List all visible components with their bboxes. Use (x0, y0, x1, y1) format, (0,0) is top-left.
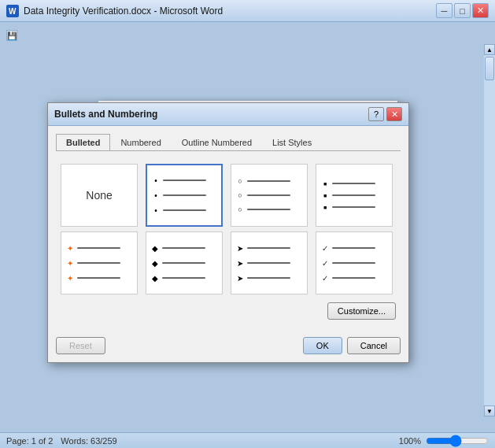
tab-outline-numbered[interactable]: Outline Numbered (172, 134, 262, 150)
open-line-2 (247, 194, 290, 196)
colored-arrow-preview: ✦ ✦ ✦ (61, 238, 137, 289)
check-marker-1: ✓ (321, 244, 329, 253)
filled-square-preview: ■ ■ ■ (316, 175, 392, 217)
bullet-style-arrow-outline[interactable]: ➤ ➤ ➤ (231, 231, 308, 294)
colored-line-3 (77, 277, 120, 279)
bullet-style-open-circle[interactable]: ○ ○ ○ (231, 164, 308, 227)
dialog-close-button[interactable]: ✕ (386, 107, 402, 121)
ok-button[interactable]: OK (303, 337, 342, 354)
tab-numbered[interactable]: Numbered (110, 134, 171, 150)
bullet-row-1: • (152, 176, 216, 185)
open-circle-row-3: ○ (236, 205, 302, 213)
tab-bulleted[interactable]: Bulleted (56, 134, 110, 150)
open-circle-row-2: ○ (236, 191, 302, 199)
bullet-style-colored-arrow[interactable]: ✦ ✦ ✦ (61, 231, 138, 294)
doc-icon: 💾 (6, 30, 17, 41)
square-line-1 (332, 183, 375, 184)
close-button[interactable]: ✕ (472, 3, 489, 18)
diamond-row-1: ◆ (151, 244, 217, 253)
check-marker-3: ✓ (321, 274, 329, 283)
bullet-marker-3: • (152, 206, 160, 215)
open-circle-row-1: ○ (236, 177, 302, 185)
open-marker-2: ○ (236, 191, 244, 199)
reset-button[interactable]: Reset (56, 337, 105, 354)
dialog-footer: Reset OK Cancel (48, 331, 408, 362)
arrow-row-1: ➤ (236, 244, 302, 253)
minimize-button[interactable]: ─ (436, 3, 453, 18)
maximize-button[interactable]: □ (454, 3, 471, 18)
diamond-row-3: ◆ (151, 274, 217, 283)
dialog-title: Bullets and Numbering (54, 109, 157, 120)
window-controls: ─ □ ✕ (436, 3, 489, 18)
diamond-line-3 (162, 277, 205, 279)
status-words: Words: 63/259 (61, 436, 116, 446)
dialog-titlebar: Bullets and Numbering ? ✕ (48, 103, 408, 126)
square-marker-2: ■ (321, 193, 329, 198)
check-row-1: ✓ (321, 244, 387, 253)
square-line-3 (332, 206, 375, 208)
open-circle-preview: ○ ○ ○ (231, 171, 307, 220)
bullet-line-1 (163, 180, 206, 181)
status-page: Page: 1 of 2 (6, 436, 53, 446)
colored-line-2 (77, 262, 120, 264)
customize-row: Customize... (56, 299, 401, 323)
arrow-line-3 (247, 277, 290, 279)
bullet-style-diamond[interactable]: ◆ ◆ ◆ (146, 231, 223, 294)
cancel-button[interactable]: Cancel (347, 337, 401, 354)
diamond-line-2 (162, 262, 205, 264)
arrow-marker-2: ➤ (236, 259, 244, 268)
bullet-style-filled-square[interactable]: ■ ■ ■ (316, 164, 393, 227)
open-marker-3: ○ (236, 205, 244, 213)
colored-marker-3: ✦ (66, 274, 74, 283)
zoom-slider[interactable] (426, 435, 489, 447)
scroll-up-button[interactable]: ▲ (484, 44, 495, 55)
bullet-row-2: • (152, 191, 216, 200)
colored-row-2: ✦ (66, 259, 132, 268)
open-line-1 (247, 180, 290, 182)
square-row-1: ■ (321, 181, 387, 187)
bullet-style-filled-circle[interactable]: • • • (146, 164, 223, 227)
bullet-style-none[interactable]: None (61, 164, 138, 227)
tab-list-styles[interactable]: List Styles (262, 134, 322, 150)
diamond-marker-1: ◆ (151, 244, 159, 253)
dialog-tabs: Bulleted Numbered Outline Numbered List … (56, 134, 401, 151)
arrow-row-2: ➤ (236, 259, 302, 268)
dialog-controls: ? ✕ (368, 107, 402, 121)
check-marker-2: ✓ (321, 259, 329, 268)
check-row-3: ✓ (321, 274, 387, 283)
window-title: Data Integrity Verification.docx - Micro… (24, 6, 223, 17)
vertical-scrollbar: ▲ ▼ (484, 44, 495, 417)
footer-right-buttons: OK Cancel (303, 337, 401, 354)
status-bar: Page: 1 of 2 Words: 63/259 100% (0, 432, 495, 448)
scroll-down-button[interactable]: ▼ (484, 405, 495, 417)
bullet-style-grid: None • • • (56, 159, 401, 299)
square-marker-1: ■ (321, 181, 329, 187)
dialog-help-button[interactable]: ? (368, 107, 384, 121)
bullets-numbering-dialog: Bullets and Numbering ? ✕ Bulleted Numbe… (47, 102, 409, 363)
diamond-marker-2: ◆ (151, 259, 159, 268)
colored-line-1 (77, 247, 120, 249)
square-row-2: ■ (321, 193, 387, 198)
dialog-body: Bulleted Numbered Outline Numbered List … (48, 126, 408, 331)
colored-row-1: ✦ (66, 244, 132, 253)
colored-marker-2: ✦ (66, 259, 74, 268)
customize-button[interactable]: Customize... (327, 302, 396, 320)
filled-circle-preview: • • • (147, 170, 221, 221)
square-row-3: ■ (321, 205, 387, 210)
colored-marker-1: ✦ (66, 244, 74, 253)
check-line-3 (332, 277, 375, 279)
arrow-marker-3: ➤ (236, 274, 244, 283)
open-line-3 (247, 209, 290, 210)
arrow-outline-preview: ➤ ➤ ➤ (231, 238, 307, 289)
bullet-line-3 (163, 209, 206, 211)
bullet-style-checkmark[interactable]: ✓ ✓ ✓ (316, 231, 393, 294)
bullet-row-3: • (152, 206, 216, 215)
scroll-thumb[interactable] (485, 57, 494, 80)
status-zoom: 100% (399, 436, 421, 446)
colored-row-3: ✦ (66, 274, 132, 283)
bullet-marker-1: • (152, 176, 160, 185)
arrow-line-1 (247, 247, 290, 249)
open-marker-1: ○ (236, 177, 244, 185)
check-line-1 (332, 247, 375, 249)
diamond-line-1 (162, 247, 205, 249)
